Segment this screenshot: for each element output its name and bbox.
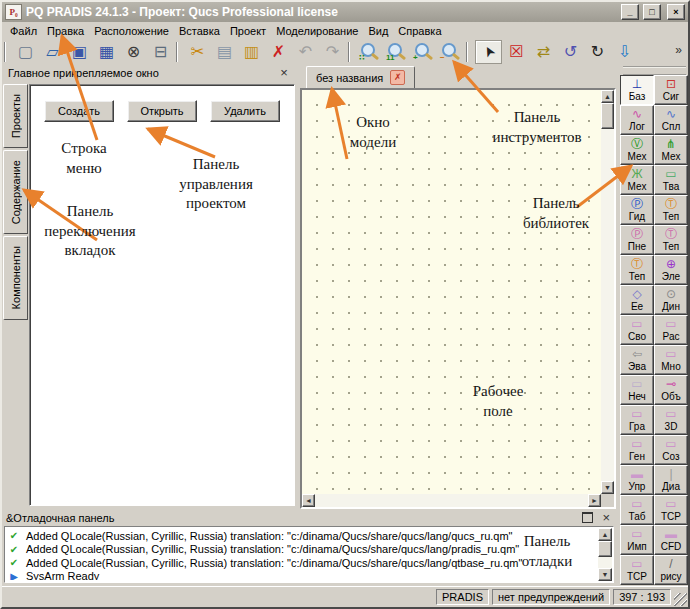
rotate-icon[interactable]: ↻ (585, 41, 610, 63)
select-cursor-icon[interactable]: ➤ (475, 40, 502, 64)
cut-icon[interactable]: ✂ (185, 41, 210, 63)
sidebar-tab-1[interactable]: Содержание (3, 150, 28, 234)
library-button[interactable]: ⊸Объ (654, 375, 688, 405)
tab-close-icon[interactable]: ✗ (390, 70, 405, 85)
menu-item[interactable]: Правка (42, 24, 89, 38)
library-button[interactable]: ⓉТеп (654, 195, 688, 225)
zoom-out-icon[interactable]: − (438, 41, 463, 63)
zoom-in-icon[interactable]: + (411, 41, 436, 63)
float-panel-icon[interactable] (582, 512, 593, 523)
scroll-down-icon[interactable]: ▼ (598, 568, 612, 581)
menu-item[interactable]: Расположение (89, 24, 174, 38)
library-button[interactable]: ▭ТСР (654, 495, 688, 525)
toolbar-overflow-button[interactable]: » (675, 43, 682, 57)
maximize-button[interactable]: □ (643, 4, 661, 20)
vertical-scrollbar[interactable]: ▲ ▼ (601, 90, 614, 494)
library-button[interactable]: ⋔Мех (654, 135, 688, 165)
library-button[interactable]: ▬Упр (620, 465, 654, 495)
library-button[interactable]: ⊡Сиг (654, 75, 688, 105)
library-button[interactable]: ◇Ее (620, 285, 654, 315)
scroll-down-icon[interactable]: ▼ (601, 481, 614, 494)
library-button[interactable]: ▭Неч (620, 375, 654, 405)
library-label: Упр (629, 481, 646, 492)
log-scrollbar[interactable]: ▲ ▼ (598, 528, 612, 581)
library-button[interactable]: ▭Гра (620, 405, 654, 435)
save-all-icon[interactable]: ▦ (94, 41, 119, 63)
library-button[interactable]: |Диа (654, 465, 688, 495)
library-button[interactable]: ▬CFD (654, 525, 688, 555)
horizontal-scrollbar[interactable]: ◄ ► (302, 494, 601, 507)
dock-button[interactable]: Открыть (127, 100, 197, 122)
library-button[interactable]: ▭Ген (620, 435, 654, 465)
delete-icon[interactable]: ✗ (266, 41, 291, 63)
menu-item[interactable]: Вид (363, 24, 393, 38)
library-button[interactable]: ⇦Эва (620, 345, 654, 375)
library-button[interactable]: ▭ТСР (620, 555, 654, 585)
library-icon: Ⓣ (665, 198, 677, 211)
library-icon: Ж (631, 168, 642, 181)
model-canvas[interactable] (302, 90, 601, 494)
sidebar-tab-2[interactable]: Компоненты (3, 236, 28, 319)
menu-item[interactable]: Вставка (174, 24, 225, 38)
library-button[interactable]: ЖМех (620, 165, 654, 195)
library-label: Эле (662, 271, 680, 282)
library-button[interactable]: ▭Сво (620, 315, 654, 345)
library-button[interactable]: ▭3D (654, 405, 688, 435)
library-button[interactable]: ▭Рас (654, 315, 688, 345)
zoom-fit-icon[interactable]: ∷ (357, 41, 382, 63)
library-label: Ген (629, 451, 645, 462)
dock-button[interactable]: Создать (44, 100, 114, 122)
library-button[interactable]: ⓋМех (620, 135, 654, 165)
library-button[interactable]: ⊕Эле (654, 255, 688, 285)
dock-button[interactable]: Удалить (210, 100, 280, 122)
library-button[interactable]: ▭Соз (654, 435, 688, 465)
library-button[interactable]: ∿Спл (654, 105, 688, 135)
paste-icon[interactable]: ▥ (239, 41, 264, 63)
library-button[interactable]: ⊙Дин (654, 285, 688, 315)
library-button[interactable]: ⓉТеп (654, 225, 688, 255)
download-icon[interactable]: ⇩ (612, 41, 637, 63)
library-button[interactable]: ⓅПне (620, 225, 654, 255)
library-button[interactable]: ▭Таб (620, 495, 654, 525)
menu-item[interactable]: Файл (5, 24, 42, 38)
minimize-button[interactable]: _ (621, 4, 639, 20)
library-icon: ⊕ (666, 258, 676, 271)
log-scroll-thumb[interactable] (598, 541, 612, 557)
zoom-100-icon[interactable]: 11 (384, 41, 409, 63)
library-button[interactable]: ⓅГид (620, 195, 654, 225)
debug-close-icon[interactable]: × (602, 511, 610, 524)
print-icon[interactable]: ⊟ (148, 41, 173, 63)
vertical-scroll-thumb[interactable] (601, 103, 614, 129)
mirror-icon[interactable]: ⇄ (531, 41, 556, 63)
redo-icon[interactable]: ↷ (320, 41, 345, 63)
library-button[interactable]: ▭Имп (620, 525, 654, 555)
library-button[interactable]: ⊥Баз (620, 75, 654, 105)
library-button[interactable]: ∿Лог (620, 105, 654, 135)
save-icon[interactable]: ▣ (67, 41, 92, 63)
scroll-up-icon[interactable]: ▲ (601, 90, 614, 103)
toolbar: ▢▱▣▦⊗⊟✂▤▥✗↶↷∷11+−➤☒⇄↺↻⇩ » (2, 40, 688, 63)
scroll-right-icon[interactable]: ► (588, 494, 601, 507)
scroll-left-icon[interactable]: ◄ (302, 494, 315, 507)
scroll-up-icon[interactable]: ▲ (598, 528, 612, 541)
library-button[interactable]: /рису (654, 555, 688, 585)
new-file-icon[interactable]: ▢ (13, 41, 38, 63)
library-button[interactable]: ▭Тва (654, 165, 688, 195)
menu-item[interactable]: Моделирование (271, 24, 363, 38)
menu-item[interactable]: Справка (393, 24, 446, 38)
resize-grip[interactable] (674, 593, 687, 606)
tab-label: без названия (316, 72, 383, 84)
undo-icon[interactable]: ↶ (293, 41, 318, 63)
library-button[interactable]: ⓉТеп (620, 255, 654, 285)
library-button[interactable]: ▭Мно (654, 345, 688, 375)
rotate-axis-icon[interactable]: ↺ (558, 41, 583, 63)
close-button[interactable]: × (667, 4, 685, 20)
close-document-icon[interactable]: ⊗ (121, 41, 146, 63)
open-project-icon[interactable]: ▱ (40, 41, 65, 63)
menu-item[interactable]: Проект (225, 24, 271, 38)
copy-icon[interactable]: ▤ (212, 41, 237, 63)
sidebar-tab-0[interactable]: Проекты (3, 84, 28, 148)
dock-close-icon[interactable]: × (277, 66, 291, 79)
tab-untitled[interactable]: без названия ✗ (306, 66, 415, 89)
delete-frame-icon[interactable]: ☒ (504, 41, 529, 63)
